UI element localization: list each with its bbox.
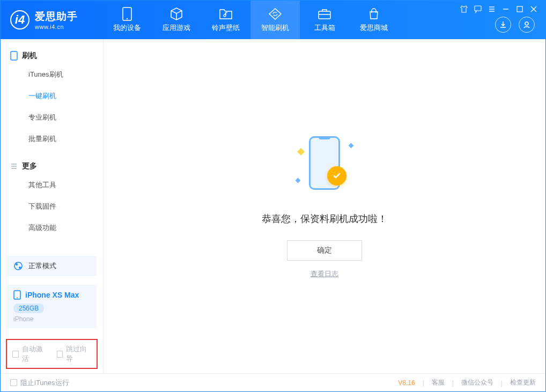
phone-outline-icon — [10, 51, 18, 61]
svg-rect-4 — [517, 6, 522, 12]
svg-point-7 — [14, 262, 22, 270]
view-log-link[interactable]: 查看日志 — [311, 269, 338, 279]
nav-apps-games[interactable]: 应用游戏 — [152, 1, 201, 39]
sidebar-item-batch-flash[interactable]: 批量刷机 — [1, 128, 103, 150]
nav-store[interactable]: 爱思商城 — [349, 1, 399, 39]
sidebar-section-flash: 刷机 — [1, 51, 103, 64]
feedback-icon[interactable] — [474, 5, 482, 13]
sidebar-item-itunes-flash[interactable]: iTunes刷机 — [1, 64, 103, 85]
footer-link-update[interactable]: 检查更新 — [510, 378, 536, 387]
svg-point-8 — [16, 263, 18, 265]
footer: 阻止iTunes运行 V8.16 | 客服 | 微信公众号 | 检查更新 — [1, 373, 545, 391]
svg-rect-2 — [319, 11, 330, 19]
sidebar-item-pro-flash[interactable]: 专业刷机 — [1, 107, 103, 128]
device-icon — [120, 7, 134, 21]
cube-icon — [169, 7, 183, 21]
app-title: 爱思助手 — [35, 10, 78, 24]
success-message: 恭喜您，保资料刷机成功啦！ — [262, 212, 387, 225]
footer-link-support[interactable]: 客服 — [432, 378, 445, 387]
version-label: V8.16 — [398, 379, 415, 387]
mode-icon — [13, 261, 23, 271]
mode-card[interactable]: 正常模式 — [7, 256, 97, 276]
highlighted-options: 自动激活 跳过向导 — [6, 339, 98, 369]
svg-rect-6 — [11, 51, 17, 60]
device-card[interactable]: iPhone XS Max 256GB iPhone — [7, 285, 97, 328]
download-button[interactable] — [495, 17, 511, 33]
svg-point-11 — [17, 298, 18, 299]
store-icon — [367, 7, 381, 21]
logo-icon: i4 — [10, 10, 29, 29]
header-actions — [495, 17, 535, 33]
shirt-icon[interactable] — [460, 5, 468, 13]
close-button[interactable] — [529, 5, 538, 13]
svg-point-9 — [19, 267, 21, 269]
app-header: i4 爱思助手 www.i4.cn 我的设备 应用游戏 铃声壁纸 智能刷机 工具… — [1, 1, 545, 39]
nav-toolbox[interactable]: 工具箱 — [300, 1, 349, 39]
maximize-button[interactable] — [515, 5, 524, 13]
minimize-button[interactable] — [501, 5, 510, 13]
block-itunes-checkbox[interactable]: 阻止iTunes运行 — [10, 378, 69, 388]
sidebar-item-advanced[interactable]: 高级功能 — [1, 217, 103, 239]
user-button[interactable] — [519, 17, 535, 33]
toolbox-icon — [318, 7, 331, 21]
svg-point-5 — [525, 22, 528, 25]
footer-link-wechat[interactable]: 微信公众号 — [461, 378, 493, 387]
sidebar-item-download-firmware[interactable]: 下载固件 — [1, 196, 103, 217]
mode-label: 正常模式 — [28, 261, 56, 271]
auto-activate-checkbox[interactable]: 自动激活 — [12, 344, 47, 364]
nav-tabs: 我的设备 应用游戏 铃声壁纸 智能刷机 工具箱 爱思商城 — [102, 1, 399, 39]
success-illustration — [295, 134, 354, 198]
music-folder-icon — [219, 7, 233, 21]
svg-point-1 — [127, 18, 128, 19]
sync-icon — [268, 7, 282, 21]
storage-badge: 256GB — [13, 304, 44, 313]
list-icon — [10, 162, 18, 170]
logo-area: i4 爱思助手 www.i4.cn — [1, 10, 102, 30]
sidebar-item-oneclick-flash[interactable]: 一键刷机 — [1, 85, 103, 107]
window-controls — [460, 5, 538, 13]
device-small-icon — [13, 290, 21, 300]
nav-smart-flash[interactable]: 智能刷机 — [250, 1, 300, 39]
main-content: 恭喜您，保资料刷机成功啦！ 确定 查看日志 — [104, 39, 545, 373]
sidebar-section-more: 更多 — [1, 161, 103, 174]
sidebar: 刷机 iTunes刷机 一键刷机 专业刷机 批量刷机 更多 其他工具 下载固件 … — [1, 39, 104, 373]
skip-guide-checkbox[interactable]: 跳过向导 — [57, 344, 92, 364]
ok-button[interactable]: 确定 — [287, 240, 362, 261]
check-icon — [327, 166, 346, 186]
svg-rect-3 — [475, 6, 481, 11]
device-type: iPhone — [13, 315, 90, 323]
nav-ringtone-wallpaper[interactable]: 铃声壁纸 — [201, 1, 250, 39]
menu-icon[interactable] — [488, 5, 496, 13]
sidebar-item-other-tools[interactable]: 其他工具 — [1, 174, 103, 196]
app-url: www.i4.cn — [35, 24, 78, 30]
nav-my-device[interactable]: 我的设备 — [102, 1, 152, 39]
